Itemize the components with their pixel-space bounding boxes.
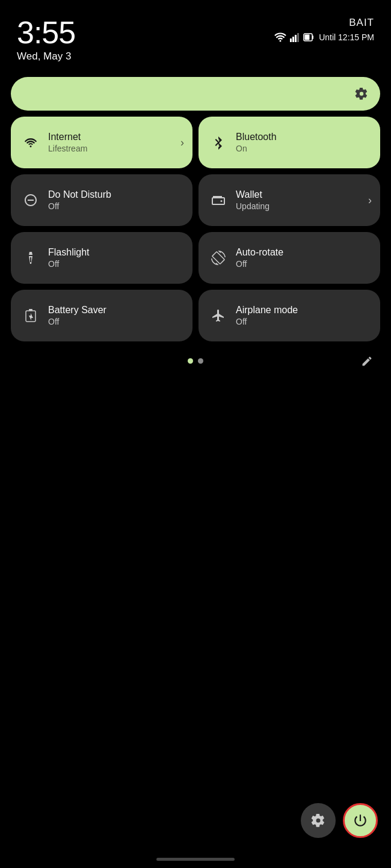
tile-autorotate[interactable]: Auto-rotate Off	[199, 232, 380, 284]
bluetooth-tile-text: Bluetooth On	[236, 132, 277, 153]
battery-saver-tile-text: Battery Saver Off	[48, 305, 106, 326]
dot-2	[198, 358, 203, 364]
svg-rect-5	[312, 35, 313, 39]
tiles-grid: Internet Lifestream › Bluetooth On	[11, 117, 380, 341]
bluetooth-icon	[209, 135, 227, 150]
tile-flashlight[interactable]: Flashlight Off	[11, 232, 192, 284]
autorotate-tile-text: Auto-rotate Off	[236, 247, 283, 269]
airplane-title: Airplane mode	[236, 305, 298, 316]
airplane-subtitle: Off	[236, 317, 298, 326]
tile-wallet[interactable]: Wallet Updating ›	[199, 174, 380, 226]
clock: 3:55	[17, 17, 75, 48]
battery-saver-subtitle: Off	[48, 317, 106, 326]
flashlight-tile-text: Flashlight Off	[48, 247, 89, 269]
internet-chevron: ›	[180, 136, 184, 149]
tile-battery-saver[interactable]: Battery Saver Off	[11, 290, 192, 341]
carrier-label: BAIT	[349, 17, 374, 29]
autorotate-subtitle: Off	[236, 259, 283, 269]
svg-rect-9	[29, 309, 32, 311]
flashlight-subtitle: Off	[48, 259, 89, 269]
wallet-title: Wallet	[236, 189, 269, 200]
wallet-chevron: ›	[368, 194, 372, 207]
svg-rect-6	[305, 35, 310, 40]
until-label: Until 12:15 PM	[319, 32, 374, 42]
wallet-subtitle: Updating	[236, 201, 269, 211]
dot-1	[188, 358, 193, 364]
internet-subtitle: Lifestream	[48, 144, 87, 153]
status-icons: Until 12:15 PM	[274, 32, 374, 42]
svg-rect-3	[297, 33, 299, 42]
wallet-tile-text: Wallet Updating	[236, 189, 269, 211]
svg-rect-1	[292, 37, 294, 42]
edit-icon[interactable]	[361, 355, 373, 367]
dnd-icon	[22, 193, 40, 207]
internet-tile-text: Internet Lifestream	[48, 132, 87, 153]
bluetooth-subtitle: On	[236, 144, 277, 153]
quick-settings-panel: Internet Lifestream › Bluetooth On	[11, 77, 380, 364]
svg-point-7	[221, 200, 223, 202]
date: Wed, May 3	[17, 50, 75, 63]
battery-saver-icon	[22, 308, 40, 323]
autorotate-title: Auto-rotate	[236, 247, 283, 258]
tile-bluetooth[interactable]: Bluetooth On	[199, 117, 380, 168]
airplane-tile-text: Airplane mode Off	[236, 305, 298, 326]
autorotate-icon	[209, 251, 227, 265]
dnd-tile-text: Do Not Disturb Off	[48, 189, 111, 211]
airplane-icon	[209, 308, 227, 323]
battery-status-icon	[303, 32, 314, 42]
power-button[interactable]	[343, 803, 378, 838]
brightness-bar[interactable]	[11, 77, 380, 111]
bottom-buttons	[301, 803, 378, 838]
flashlight-icon	[22, 251, 40, 265]
dnd-subtitle: Off	[48, 201, 111, 211]
tile-airplane[interactable]: Airplane mode Off	[199, 290, 380, 341]
wifi-icon	[22, 136, 40, 148]
battery-saver-title: Battery Saver	[48, 305, 106, 316]
tile-dnd[interactable]: Do Not Disturb Off	[11, 174, 192, 226]
wallet-icon	[209, 193, 227, 207]
brightness-gear-icon[interactable]	[355, 87, 368, 100]
status-right: BAIT	[274, 17, 374, 42]
pagination-dots	[188, 358, 203, 364]
flashlight-title: Flashlight	[48, 247, 89, 258]
status-left: 3:55 Wed, May 3	[17, 17, 75, 63]
dnd-title: Do Not Disturb	[48, 189, 111, 200]
status-bar: 3:55 Wed, May 3 BAIT	[0, 0, 391, 67]
bluetooth-title: Bluetooth	[236, 132, 277, 142]
wifi-status-icon	[274, 32, 286, 42]
tile-internet[interactable]: Internet Lifestream ›	[11, 117, 192, 168]
svg-rect-2	[295, 35, 297, 42]
svg-rect-0	[290, 38, 292, 42]
home-indicator	[156, 858, 235, 861]
signal-icon	[290, 32, 300, 42]
pagination-row	[11, 358, 380, 364]
settings-button[interactable]	[301, 803, 336, 838]
internet-title: Internet	[48, 132, 87, 142]
